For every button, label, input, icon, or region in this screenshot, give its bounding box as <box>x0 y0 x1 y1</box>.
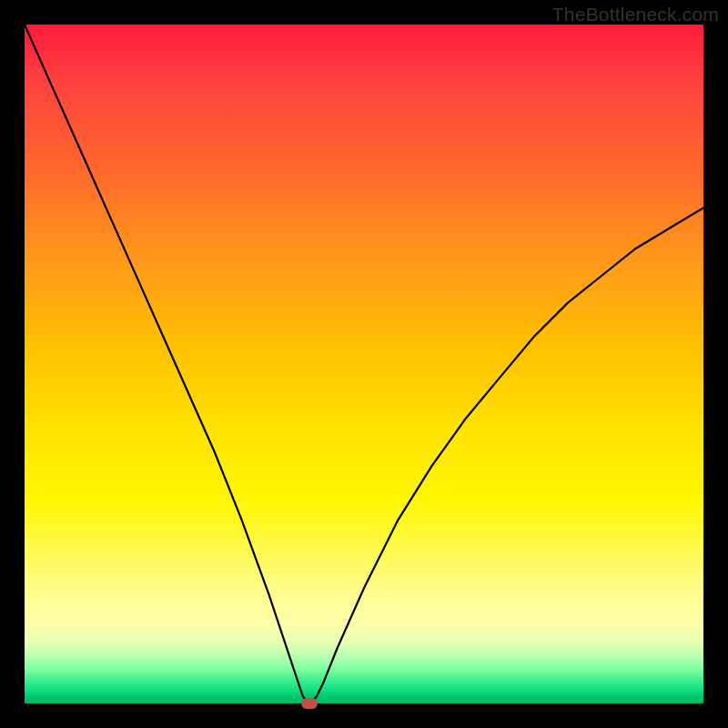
watermark-text: TheBottleneck.com <box>552 4 719 25</box>
chart-area <box>25 25 703 703</box>
bottleneck-marker <box>301 698 318 709</box>
bottleneck-curve <box>25 25 703 703</box>
